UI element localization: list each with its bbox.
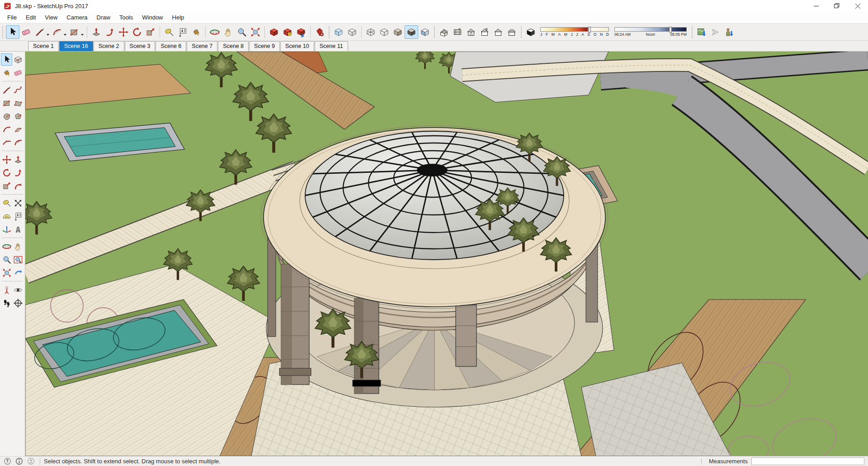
scene-tab-scene-6[interactable]: Scene 6 <box>156 41 186 51</box>
freehand-tool[interactable] <box>12 84 24 96</box>
axes-tool[interactable] <box>1 223 12 235</box>
toolbar-grip[interactable] <box>2 26 5 38</box>
eraser-tool[interactable] <box>19 25 33 39</box>
shaded-style-button[interactable] <box>391 25 405 39</box>
menu-view[interactable]: View <box>40 12 62 23</box>
tape-measure-tool[interactable] <box>1 197 12 209</box>
paint-bucket-tool[interactable] <box>1 67 12 79</box>
get-models-button[interactable] <box>267 25 281 39</box>
text-tool[interactable] <box>12 210 24 222</box>
back-view-button[interactable] <box>491 25 505 39</box>
circle-tool[interactable] <box>1 110 12 122</box>
scene-tab-scene-10[interactable]: Scene 10 <box>280 41 314 51</box>
rectangle-tool[interactable] <box>67 25 81 39</box>
shadows-toggle-button[interactable] <box>524 25 538 39</box>
pan-tool[interactable] <box>12 240 24 252</box>
select-tool[interactable] <box>1 53 12 66</box>
paint-bucket-tool[interactable] <box>189 25 203 39</box>
line-tool[interactable] <box>1 84 12 96</box>
left-view-button[interactable] <box>505 25 519 39</box>
polygon-tool[interactable] <box>12 110 24 122</box>
scene-tab-scene-16[interactable]: Scene 16 <box>59 41 93 51</box>
push-pull-tool[interactable] <box>12 153 24 166</box>
sign-in-avatar-icon[interactable] <box>27 457 35 465</box>
follow-me-tool[interactable] <box>12 166 24 179</box>
pan-tool[interactable] <box>222 25 235 39</box>
menu-edit[interactable]: Edit <box>21 12 40 23</box>
zoom-window-tool[interactable] <box>12 253 24 266</box>
x-ray-style-button[interactable] <box>332 25 345 39</box>
line-dropdown-arrow[interactable] <box>47 34 49 36</box>
minimize-button[interactable] <box>806 0 826 12</box>
offset-tool[interactable] <box>144 25 157 39</box>
photo-textures-button[interactable] <box>722 25 736 39</box>
shadow-time-track[interactable] <box>614 27 687 32</box>
menu-tools[interactable]: Tools <box>115 12 137 23</box>
iso-view-button[interactable] <box>437 25 451 39</box>
shadow-date-thumb[interactable] <box>588 27 591 33</box>
look-around-tool[interactable] <box>12 284 24 296</box>
scene-tab-scene-11[interactable]: Scene 11 <box>315 41 348 51</box>
eraser-tool[interactable] <box>12 67 24 79</box>
two-point-arc-tool[interactable] <box>1 123 12 135</box>
previous-view-tool[interactable] <box>12 266 24 279</box>
line-tool[interactable] <box>33 25 47 39</box>
follow-me-tool[interactable] <box>103 25 117 39</box>
rectangle-dropdown-arrow[interactable] <box>81 34 84 36</box>
menu-file[interactable]: File <box>3 12 21 23</box>
push-pull-tool[interactable] <box>90 25 103 39</box>
viewport-3d[interactable] <box>25 52 868 456</box>
rotated-rectangle-tool[interactable] <box>12 97 24 109</box>
scene-tab-scene-2[interactable]: Scene 2 <box>94 41 124 51</box>
protractor-tool[interactable] <box>1 210 12 222</box>
close-button[interactable] <box>847 0 868 12</box>
viewport-3d-scene[interactable] <box>25 52 868 456</box>
shaded-with-textures-style-button[interactable] <box>405 25 418 39</box>
text-tool[interactable] <box>176 25 189 39</box>
dimension-tool[interactable] <box>12 197 24 209</box>
menu-window[interactable]: Window <box>137 12 167 23</box>
tape-measure-tool[interactable] <box>162 25 176 39</box>
scene-tab-scene-8[interactable]: Scene 8 <box>218 41 249 51</box>
scene-tab-scene-7[interactable]: Scene 7 <box>187 41 217 51</box>
make-component-tool[interactable] <box>12 53 24 66</box>
shadow-time-thumb[interactable] <box>669 27 672 33</box>
measurements-input[interactable] <box>751 457 864 465</box>
scene-tab-scene-1[interactable]: Scene 1 <box>28 41 59 51</box>
walk-tool[interactable] <box>1 297 12 309</box>
position-camera-tool[interactable] <box>1 284 12 296</box>
arc-tool[interactable] <box>12 136 24 148</box>
model-info-icon[interactable] <box>15 457 23 465</box>
zoom-tool[interactable] <box>235 25 249 39</box>
rectangle-tool[interactable] <box>1 97 12 109</box>
pie-tool[interactable] <box>12 123 24 135</box>
zoom-extents-tool[interactable] <box>249 25 262 39</box>
monochrome-style-button[interactable] <box>418 25 432 39</box>
scene-tab-scene-9[interactable]: Scene 9 <box>249 41 280 51</box>
add-location-button[interactable] <box>695 25 708 39</box>
move-tool[interactable] <box>117 25 130 39</box>
top-view-button[interactable] <box>451 25 464 39</box>
arc-dropdown-arrow[interactable] <box>64 34 66 36</box>
arc-tool[interactable] <box>50 25 64 39</box>
menu-draw[interactable]: Draw <box>92 12 115 23</box>
orbit-tool[interactable] <box>1 240 12 252</box>
right-view-button[interactable] <box>478 25 491 39</box>
section-plane-tool[interactable] <box>12 297 24 309</box>
three-point-arc-tool[interactable] <box>1 136 12 148</box>
shadow-time-slider[interactable]: 06:24 AM Noon 05:05 PM <box>614 26 687 38</box>
geolocation-status-icon[interactable] <box>4 457 11 465</box>
move-tool[interactable] <box>1 153 12 166</box>
scale-tool[interactable] <box>12 180 24 192</box>
zoom-extents-tool[interactable] <box>1 266 12 279</box>
offset-tool[interactable] <box>1 180 12 192</box>
share-component-button[interactable] <box>294 25 308 39</box>
wireframe-style-button[interactable] <box>364 25 377 39</box>
share-model-button[interactable] <box>281 25 294 39</box>
3d-text-tool[interactable] <box>12 223 24 235</box>
front-view-button[interactable] <box>464 25 478 39</box>
restore-button[interactable] <box>826 0 847 12</box>
zoom-tool[interactable] <box>1 253 12 266</box>
toggle-terrain-button[interactable] <box>708 25 722 39</box>
rotate-tool[interactable] <box>130 25 144 39</box>
